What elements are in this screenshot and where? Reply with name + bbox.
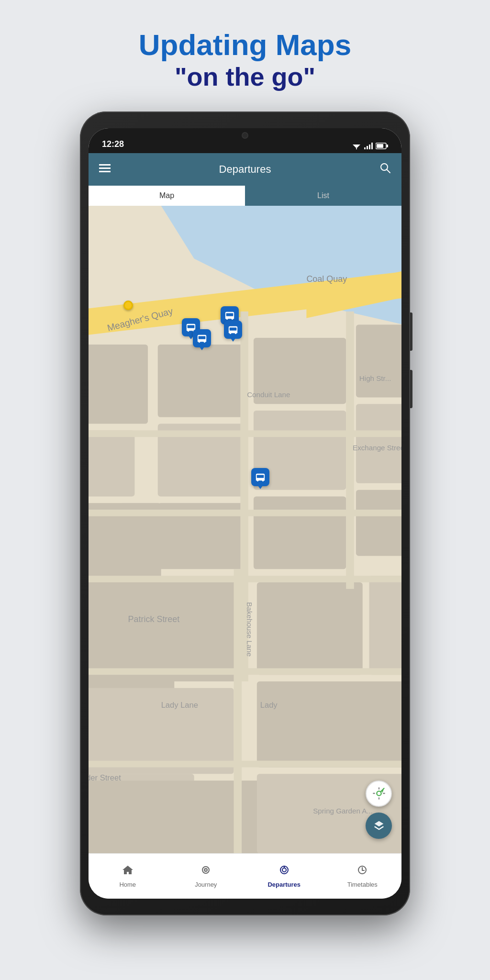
bus-marker-2[interactable] [193, 329, 211, 347]
svg-rect-31 [356, 490, 401, 556]
svg-rect-10 [99, 171, 111, 172]
svg-rect-17 [89, 345, 148, 424]
bus-marker-4[interactable] [224, 321, 242, 339]
svg-rect-68 [198, 340, 206, 342]
departures-icon [278, 864, 290, 879]
svg-text:Lady Lane: Lady Lane [161, 701, 198, 710]
svg-text:Spring Garden A...: Spring Garden A... [313, 807, 373, 815]
svg-rect-9 [99, 167, 111, 169]
front-camera [242, 132, 248, 139]
svg-text:Patrick Street: Patrick Street [128, 614, 180, 624]
header-subtitle: "on the go" [139, 61, 351, 92]
app-bar: Departures [89, 153, 401, 186]
svg-rect-8 [99, 164, 111, 166]
svg-rect-4 [371, 143, 373, 149]
bus-marker-5[interactable] [251, 468, 269, 486]
svg-text:Exchange Street: Exchange Street [353, 444, 401, 452]
header-title: Updating Maps [139, 29, 351, 61]
svg-rect-75 [230, 327, 237, 330]
svg-text:Coal Quay: Coal Quay [306, 274, 347, 284]
status-icons [352, 143, 388, 149]
nav-journey-label: Journey [195, 881, 217, 888]
svg-text:Conduit Lane: Conduit Lane [247, 390, 290, 399]
svg-point-89 [205, 869, 206, 870]
phone-notch [207, 128, 283, 142]
bottom-navigation: Home Journey [89, 853, 401, 899]
nav-timetables-label: Timetables [347, 881, 378, 888]
battery-icon [376, 143, 388, 149]
signal-icon [364, 143, 373, 149]
wifi-icon [352, 143, 361, 149]
nav-departures[interactable]: Departures [245, 864, 323, 888]
svg-rect-78 [229, 332, 237, 334]
tab-bar: Map List [89, 186, 401, 206]
svg-rect-41 [234, 569, 242, 853]
svg-text:Alexander Street: Alexander Street [89, 773, 121, 782]
phone-screen: 12:28 [89, 128, 401, 899]
svg-rect-73 [225, 317, 234, 319]
svg-rect-70 [226, 313, 234, 316]
svg-rect-46 [89, 761, 401, 768]
svg-line-12 [387, 169, 390, 173]
search-button[interactable] [379, 162, 391, 177]
power-button [410, 312, 412, 351]
svg-rect-44 [89, 576, 401, 582]
map-background: Meagher's Quay Coal Quay Conduit Lane Ex… [89, 206, 401, 853]
svg-rect-2 [367, 146, 368, 149]
svg-rect-23 [158, 345, 244, 417]
nav-timetables[interactable]: Timetables [323, 864, 402, 888]
svg-rect-35 [257, 582, 363, 675]
app-bar-title: Departures [219, 163, 271, 176]
tab-list[interactable]: List [245, 186, 401, 206]
svg-rect-36 [369, 576, 401, 675]
nav-journey[interactable]: Journey [167, 864, 245, 888]
svg-rect-80 [257, 475, 264, 478]
svg-rect-0 [356, 148, 357, 149]
timetables-icon [356, 864, 368, 879]
svg-rect-37 [257, 681, 401, 767]
hamburger-menu-icon[interactable] [99, 163, 111, 176]
svg-rect-45 [89, 668, 401, 675]
svg-text:Bakehouse Lane: Bakehouse Lane [245, 602, 254, 657]
nav-home-label: Home [119, 881, 136, 888]
phone-body: 12:28 [80, 111, 410, 915]
svg-rect-28 [254, 496, 346, 569]
volume-button [410, 370, 412, 408]
svg-rect-3 [369, 145, 370, 149]
svg-rect-1 [364, 147, 366, 149]
tab-map[interactable]: Map [89, 186, 245, 206]
nav-home[interactable]: Home [89, 864, 167, 888]
svg-rect-43 [89, 510, 401, 516]
svg-point-91 [282, 868, 286, 872]
map-view[interactable]: Meagher's Quay Coal Quay Conduit Lane Ex… [89, 206, 401, 853]
home-icon [122, 864, 134, 879]
svg-rect-42 [89, 430, 401, 437]
svg-rect-18 [89, 430, 134, 496]
svg-rect-7 [387, 145, 388, 147]
map-controls [366, 780, 392, 839]
svg-rect-32 [89, 582, 247, 681]
svg-rect-29 [356, 324, 401, 397]
journey-icon [200, 864, 212, 879]
svg-marker-86 [374, 821, 383, 827]
svg-text:High Str...: High Str... [359, 374, 391, 382]
header-section: Updating Maps "on the go" [139, 29, 351, 92]
svg-rect-65 [199, 336, 206, 339]
svg-rect-60 [188, 325, 195, 328]
status-time: 12:28 [102, 139, 124, 149]
svg-text:Lady: Lady [260, 701, 278, 710]
svg-rect-83 [256, 479, 265, 481]
location-pin [123, 301, 133, 310]
nav-departures-label: Departures [267, 881, 301, 888]
svg-rect-6 [377, 144, 383, 148]
my-location-button[interactable] [366, 780, 392, 807]
phone-device: 12:28 [80, 111, 410, 915]
layers-button[interactable] [366, 813, 392, 839]
